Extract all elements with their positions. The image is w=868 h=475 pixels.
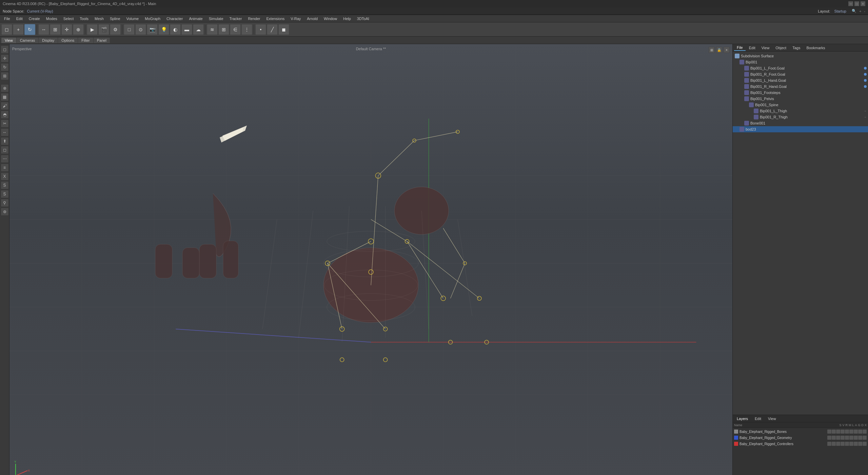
layer-toggle-icon[interactable] [836, 442, 840, 446]
menu-item-spline[interactable]: Spline [107, 16, 123, 21]
rotate-tool-button[interactable]: ↻ [1, 63, 9, 71]
menu-item-3dtoai[interactable]: 3DToAI [354, 16, 372, 21]
menu-item-volume[interactable]: Volume [124, 16, 142, 21]
xpresso-button[interactable]: X [1, 172, 9, 180]
layers-button[interactable]: ≡ [1, 164, 9, 172]
menu-item-tracker[interactable]: Tracker [227, 16, 245, 21]
rpanel-tab-view[interactable]: View [759, 45, 772, 51]
transform-button[interactable]: ✛ [61, 24, 72, 35]
menu-item-character[interactable]: Character [164, 16, 185, 21]
rpanel-tab-object[interactable]: Object [773, 45, 789, 51]
tree-item[interactable]: Subdivision Surface [733, 53, 868, 59]
rotate-button[interactable]: ↻ [24, 24, 35, 35]
layer-toggle-icon[interactable] [863, 430, 867, 434]
render-preview-button[interactable]: ▶ [87, 24, 98, 35]
menu-item-arnold[interactable]: Arnold [304, 16, 320, 21]
tree-item[interactable]: Bip001_L_Thigh→ [733, 108, 868, 114]
layers-tab-edit[interactable]: Edit [752, 416, 764, 421]
rpanel-tab-file[interactable]: File [734, 45, 746, 51]
tree-item[interactable]: bod23 [733, 126, 868, 132]
tree-item[interactable]: Bip001_R_Foot.Goal [733, 71, 868, 77]
layer-row[interactable]: Baby_Elephant_Rigged_Geometry [733, 435, 868, 441]
magnet-button[interactable]: ⚲ [1, 199, 9, 207]
layer-toggle-icon[interactable] [845, 436, 849, 440]
maximize-button[interactable]: □ [854, 1, 859, 6]
render-button[interactable]: 🎬 [98, 24, 109, 35]
menu-item-v-ray[interactable]: V-Ray [288, 16, 303, 21]
node-space-value[interactable]: Current (V-Ray) [27, 9, 53, 13]
workplane-button[interactable]: ▦ [1, 93, 9, 101]
tree-item[interactable]: Bip001 [733, 59, 868, 65]
object-button[interactable]: □ [124, 24, 135, 35]
layer-toggle-icon[interactable] [854, 442, 858, 446]
sky-button[interactable]: ☁ [193, 24, 204, 35]
layer-toggle-icon[interactable] [836, 436, 840, 440]
viewport[interactable]: Perspective Default Camera ** Grid Spaci… [9, 44, 732, 475]
viewport-tab-cameras[interactable]: Cameras [17, 38, 39, 43]
menu-item-file[interactable]: File [1, 16, 13, 21]
layer-toggle-icon[interactable] [858, 442, 862, 446]
floor-button[interactable]: ▬ [181, 24, 192, 35]
search-icon[interactable]: 🔍 [852, 9, 856, 13]
polygon-mode-button[interactable]: ◼ [278, 24, 289, 35]
menu-item-mograph[interactable]: MoGraph [142, 16, 163, 21]
model-mode-button[interactable]: ◻ [1, 24, 12, 35]
light-button[interactable]: 💡 [158, 24, 169, 35]
menu-item-select[interactable]: Select [61, 16, 77, 21]
axis-button[interactable]: ⊕ [73, 24, 84, 35]
layer-toggle-icon[interactable] [858, 436, 862, 440]
layer-toggle-icon[interactable] [841, 430, 845, 434]
layer-toggle-icon[interactable] [863, 436, 867, 440]
layer-toggle-icon[interactable] [863, 442, 867, 446]
loop-cut-button[interactable]: ⋯ [1, 155, 9, 163]
menu-item-extensions[interactable]: Extensions [263, 16, 287, 21]
menu-item-simulate[interactable]: Simulate [206, 16, 226, 21]
viewport-tab-options[interactable]: Options [58, 38, 78, 43]
viewport-tab-view[interactable]: View [1, 38, 16, 43]
tree-item[interactable]: Bip001_Pelvis [733, 96, 868, 102]
menu-item-create[interactable]: Create [26, 16, 43, 21]
camera-button[interactable]: 📷 [147, 24, 158, 35]
menu-item-help[interactable]: Help [340, 16, 354, 21]
tree-item[interactable]: Bip001_R_Hand.Goal [733, 83, 868, 90]
material-button[interactable]: ◐ [170, 24, 181, 35]
viewport-expand-button[interactable]: ⊞ [709, 47, 715, 53]
menu-item-edit[interactable]: Edit [14, 16, 25, 21]
layers-tab-view[interactable]: View [765, 416, 779, 421]
viewport-tab-panel[interactable]: Panel [94, 38, 110, 43]
history-button[interactable]: ⊚ [1, 208, 9, 216]
paint-tool-button[interactable]: 🖌 [1, 102, 9, 110]
render-settings-button[interactable]: ⚙ [110, 24, 121, 35]
tree-item[interactable]: Bip001_L_Foot.Goal [733, 65, 868, 71]
soft-select-button[interactable]: S [1, 190, 9, 198]
menu-item-render[interactable]: Render [245, 16, 263, 21]
layer-toggle-icon[interactable] [827, 442, 831, 446]
menu-item-mesh[interactable]: Mesh [92, 16, 106, 21]
layer-toggle-icon[interactable] [841, 436, 845, 440]
rigging-button[interactable]: S [1, 181, 9, 189]
null-button[interactable]: ⊙ [135, 24, 146, 35]
rpanel-tab-edit[interactable]: Edit [746, 45, 758, 51]
menu-item-modes[interactable]: Modes [43, 16, 60, 21]
layer-row[interactable]: Baby_Elephant_Rigged_Bones [733, 429, 868, 435]
layer-toggle-icon[interactable] [832, 436, 836, 440]
point-mode-button[interactable]: • [255, 24, 266, 35]
layer-toggle-icon[interactable] [849, 442, 853, 446]
snap-button[interactable]: ⊗ [1, 84, 9, 92]
scale-button[interactable]: ⊞ [50, 24, 61, 35]
menu-item-tools[interactable]: Tools [77, 16, 91, 21]
tree-item[interactable]: Bip001_R_Thigh→ [733, 114, 868, 120]
add-button[interactable]: + [13, 24, 24, 35]
knife-button[interactable]: ✂ [1, 119, 9, 128]
deformer-button[interactable]: ≋ [207, 24, 218, 35]
layer-toggle-icon[interactable] [849, 430, 853, 434]
close-button[interactable]: × [861, 1, 865, 6]
edge-mode-button[interactable]: ╱ [267, 24, 278, 35]
layer-toggle-icon[interactable] [854, 436, 858, 440]
menu-item-animate[interactable]: Animate [186, 16, 205, 21]
sculpt-button[interactable]: ◓ [1, 111, 9, 119]
cloner-button[interactable]: ⊞ [218, 24, 229, 35]
tree-item[interactable]: Bone001 [733, 120, 868, 126]
rpanel-tab-tags[interactable]: Tags [790, 45, 803, 51]
viewport-tab-filter[interactable]: Filter [78, 38, 93, 43]
